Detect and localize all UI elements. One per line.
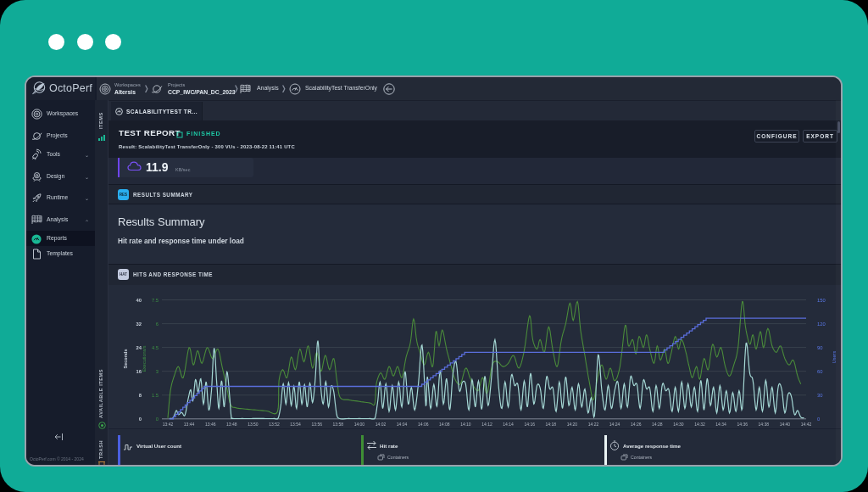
svg-text:30: 30 [817,393,822,398]
svg-text:14:00: 14:00 [354,422,365,427]
svg-text:0: 0 [156,417,159,422]
svg-text:14:22: 14:22 [588,422,599,427]
svg-text:14:28: 14:28 [652,422,663,427]
svg-text:0: 0 [139,417,142,422]
svg-text:8: 8 [139,393,142,398]
svg-text:13:50: 13:50 [248,422,259,427]
svg-text:14:06: 14:06 [418,422,429,427]
svg-text:150: 150 [817,298,826,303]
svg-text:13:42: 13:42 [163,422,174,427]
svg-text:7.5: 7.5 [152,298,159,303]
svg-text:90: 90 [817,345,822,350]
svg-text:14:08: 14:08 [439,422,450,427]
svg-text:14:42: 14:42 [801,422,812,427]
svg-text:14:20: 14:20 [567,422,578,427]
svg-text:14:12: 14:12 [481,422,492,427]
svg-text:0: 0 [817,417,820,422]
svg-text:14:18: 14:18 [546,422,557,427]
svg-text:14:24: 14:24 [609,422,620,427]
svg-text:14:16: 14:16 [524,422,535,427]
svg-text:14:36: 14:36 [737,422,748,427]
svg-text:Seconds: Seconds [123,349,128,369]
svg-text:1.5: 1.5 [152,393,159,398]
svg-text:40: 40 [136,298,142,303]
svg-text:13:44: 13:44 [184,422,195,427]
svg-text:13:54: 13:54 [290,422,301,427]
svg-text:Executions/s: Executions/s [142,345,147,372]
svg-text:60: 60 [817,369,822,374]
svg-text:120: 120 [817,321,826,327]
svg-text:14:40: 14:40 [780,422,791,427]
svg-text:13:58: 13:58 [333,422,344,427]
svg-text:6: 6 [156,321,159,327]
svg-text:14:30: 14:30 [673,422,684,427]
svg-text:14:04: 14:04 [397,422,408,427]
svg-text:32: 32 [136,321,142,327]
svg-text:14:02: 14:02 [376,422,387,427]
svg-text:13:52: 13:52 [269,422,280,427]
svg-text:14:32: 14:32 [694,422,705,427]
svg-text:14:10: 14:10 [460,422,471,427]
svg-text:13:48: 13:48 [226,422,237,427]
svg-text:14:34: 14:34 [715,422,726,427]
svg-text:14:38: 14:38 [759,422,770,427]
svg-text:14:26: 14:26 [631,422,642,427]
svg-text:3: 3 [156,369,159,374]
svg-text:14:14: 14:14 [503,422,514,427]
svg-text:13:56: 13:56 [311,422,322,427]
svg-text:13:46: 13:46 [205,422,216,427]
svg-text:4.5: 4.5 [152,345,159,350]
